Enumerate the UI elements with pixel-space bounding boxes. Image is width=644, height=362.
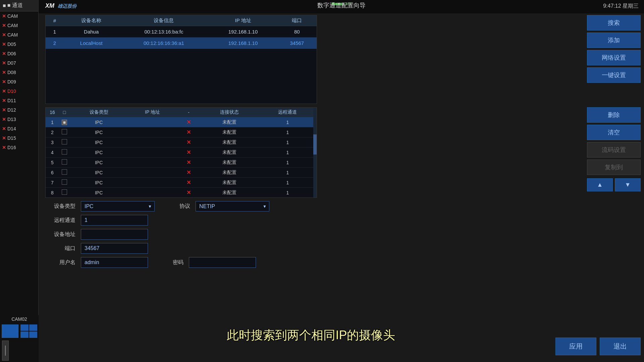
checkbox-6[interactable] (62, 179, 67, 185)
copy-to-button: 复制到 (587, 160, 641, 175)
ch-cell-status-0: 未配置 (200, 117, 258, 127)
protocol-select-wrapper: NETIP ONVIF RTSP (196, 201, 269, 212)
channel-row-7[interactable]: 8 IPC ✕ 未配置 1 (46, 188, 317, 198)
form-row-remote-ch: 远程通道 (45, 215, 317, 226)
protocol-label: 协议 (160, 203, 190, 210)
ch-cell-status-icon-7: ✕ (177, 188, 201, 198)
arrow-buttons: ▲ ▼ (587, 178, 641, 191)
ch-cell-check-1[interactable] (59, 127, 70, 137)
ch-cell-type-3: IPC (70, 147, 128, 158)
sidebar-label-d15: D15 (7, 135, 16, 141)
ch-col-type: 设备类型 (70, 108, 128, 117)
sidebar-item-d05[interactable]: ✕D05 (0, 40, 38, 49)
search-button[interactable]: 搜索 (587, 15, 641, 31)
x-icon-d14: ✕ (2, 126, 6, 131)
search-row-1[interactable]: 2 LocalHost 00:12:16:16:36:a1 192.168.1.… (46, 38, 317, 49)
channel-row-3[interactable]: 4 IPC ✕ 未配置 1 (46, 147, 317, 158)
dialog-title: 数字通道配置向导 (317, 1, 366, 9)
x-icon-cam3: ✕ (2, 32, 6, 38)
ch-cell-check-5[interactable] (59, 168, 70, 178)
status-x-3: ✕ (186, 149, 191, 155)
apply-button[interactable]: 应用 (555, 338, 596, 355)
ch-cell-type-0: IPC (70, 117, 128, 127)
ch-cell-check-7[interactable] (59, 188, 70, 198)
onekey-settings-button[interactable]: 一键设置 (587, 67, 641, 83)
ch-cell-check-4[interactable] (59, 158, 70, 168)
status-x-0: ✕ (186, 119, 191, 125)
ch-cell-num-0: 1 (46, 117, 59, 127)
col-ip: IP 地址 (209, 15, 277, 26)
ch-cell-ip-1 (128, 127, 177, 137)
sidebar-item-d08[interactable]: ✕D08 (0, 68, 38, 77)
search-row-0[interactable]: 1 Dahua 00:12:13:16:ba:fc 192.168.1.10 8… (46, 26, 317, 38)
sidebar-item-cam3[interactable]: ✕CAM (0, 30, 38, 40)
up-button[interactable]: ▲ (587, 178, 613, 191)
port-input[interactable] (81, 243, 148, 254)
checkbox-0[interactable]: ■ (62, 120, 67, 125)
sidebar-item-d06[interactable]: ✕D06 (0, 49, 38, 58)
sidebar-item-cam2[interactable]: ✕CAM (0, 21, 38, 30)
checkbox-3[interactable] (62, 149, 67, 155)
sidebar-item-d15[interactable]: ✕D15 (0, 133, 38, 143)
ch-col-count: 16 (46, 108, 59, 117)
sidebar-item-d07[interactable]: ✕D07 (0, 58, 38, 68)
down-button[interactable]: ▼ (615, 178, 641, 191)
form-row-port: 端口 (45, 243, 317, 254)
channel-row-4[interactable]: 5 IPC ✕ 未配置 1 (46, 158, 317, 168)
sidebar-item-d16[interactable]: ✕D16 (0, 143, 38, 152)
device-addr-input[interactable] (81, 229, 148, 240)
channel-scroll-thumb[interactable] (313, 134, 317, 155)
add-button[interactable]: 添加 (587, 33, 641, 48)
channel-row-6[interactable]: 7 IPC ✕ 未配置 1 (46, 178, 317, 188)
sidebar-item-d12[interactable]: ✕D12 (0, 105, 38, 115)
sidebar-item-d14[interactable]: ✕D14 (0, 124, 38, 133)
form-row-device-addr: 设备地址 (45, 229, 317, 240)
status-x-4: ✕ (186, 160, 191, 165)
sidebar-item-cam1[interactable]: ✕CAM (0, 11, 38, 21)
channel-scrollbar[interactable] (313, 108, 317, 197)
checkbox-5[interactable] (62, 169, 67, 175)
status-x-2: ✕ (186, 139, 191, 145)
channel-row-5[interactable]: 6 IPC ✕ 未配置 1 (46, 168, 317, 178)
remote-ch-label: 远程通道 (45, 217, 75, 224)
sidebar-item-d10[interactable]: ✕D10 (0, 86, 38, 96)
checkbox-7[interactable] (62, 189, 67, 195)
username-input[interactable] (81, 257, 148, 268)
scroll-handle[interactable] (2, 341, 9, 361)
delete-button[interactable]: 删除 (587, 107, 641, 123)
device-type-select[interactable]: IPC NVR DVR (81, 201, 155, 212)
sidebar-item-d11[interactable]: ✕D11 (0, 96, 38, 105)
sidebar-label-d10: D10 (7, 88, 16, 94)
ch-cell-ip-7 (128, 188, 177, 198)
checkbox-4[interactable] (62, 159, 67, 165)
single-view-btn[interactable] (2, 324, 18, 338)
clear-button[interactable]: 清空 (587, 125, 641, 140)
channel-row-1[interactable]: 2 IPC ✕ 未配置 1 (46, 127, 317, 137)
password-label: 密码 (153, 259, 183, 266)
quad-view-btn[interactable] (20, 324, 37, 338)
ch-cell-check-6[interactable] (59, 178, 70, 188)
sidebar-item-d13[interactable]: ✕D13 (0, 115, 38, 124)
device-type-label: 设备类型 (45, 203, 75, 210)
channel-row-0[interactable]: 1 ■ IPC ✕ 未配置 1 (46, 117, 317, 127)
ch-cell-check-3[interactable] (59, 147, 70, 158)
sidebar: ■ ■ 通道 ✕CAM✕CAM✕CAM✕D05✕D06✕D07✕D08✕D09✕… (0, 0, 39, 362)
ch-cell-check-2[interactable] (59, 137, 70, 147)
ch-cell-check-0[interactable]: ■ (59, 117, 70, 127)
sidebar-item-d09[interactable]: ✕D09 (0, 77, 38, 86)
ch-cell-num-6: 7 (46, 178, 59, 188)
exit-button[interactable]: 退出 (600, 338, 641, 355)
ch-cell-status-5: 未配置 (200, 168, 258, 178)
password-input[interactable] (189, 257, 256, 268)
channel-row-2[interactable]: 3 IPC ✕ 未配置 1 (46, 137, 317, 147)
col-num: # (46, 15, 64, 26)
checkbox-1[interactable] (62, 129, 67, 134)
protocol-select[interactable]: NETIP ONVIF RTSP (196, 201, 269, 212)
main-area: XM 雄迈股份 数字通道配置向导 9:47:12 星期三 # 设备名称 设备信息… (39, 0, 644, 362)
checkbox-2[interactable] (62, 139, 67, 144)
network-settings-button[interactable]: 网络设置 (587, 50, 641, 65)
sidebar-label-d09: D09 (7, 79, 16, 84)
ch-cell-remote-0: 1 (259, 117, 317, 127)
remote-ch-input[interactable] (81, 215, 148, 226)
ch-cell-ip-2 (128, 137, 177, 147)
